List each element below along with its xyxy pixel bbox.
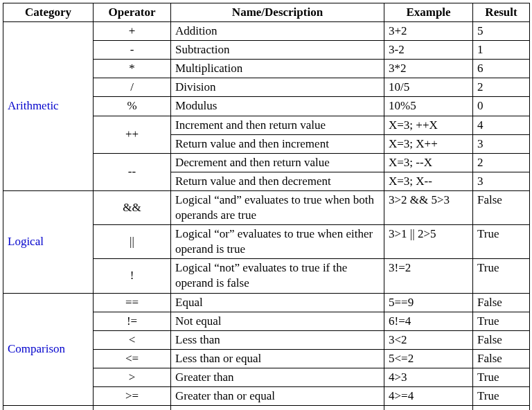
example-cell: 6!=4 (384, 312, 473, 330)
operators-table: Category Operator Name/Description Examp… (3, 3, 530, 410)
operator-cell: ! (94, 259, 171, 293)
example-cell: 3>2 && 5>3 (384, 190, 473, 224)
example-cell: 10/5 (384, 78, 473, 97)
name-cell: Not equal (171, 312, 384, 330)
result-cell: 3 (473, 134, 530, 153)
header-row: Category Operator Name/Description Examp… (3, 3, 530, 22)
table-row: Logical && Logical “and” evaluates to tr… (3, 190, 530, 224)
operator-cell: % (94, 97, 171, 116)
header-operator: Operator (94, 3, 171, 22)
category-string: String (3, 406, 94, 410)
name-cell: Division (171, 78, 384, 97)
result-cell: False (473, 330, 530, 349)
result-cell: ABC (473, 406, 530, 410)
operator-cell: || (94, 225, 171, 259)
operator-cell: && (94, 190, 171, 224)
result-cell: 3 (473, 172, 530, 190)
name-cell: Modulus (171, 97, 384, 116)
header-category: Category (3, 3, 94, 22)
operator-cell: >= (94, 386, 171, 405)
example-cell: 4>=4 (384, 386, 473, 405)
example-cell: 4>3 (384, 368, 473, 386)
table-row: Arithmetic + Addition 3+2 5 (3, 22, 530, 41)
operator-cell: == (94, 293, 171, 312)
operator-cell: + (94, 406, 171, 410)
category-comparison: Comparison (3, 293, 94, 406)
result-cell: True (473, 312, 530, 330)
result-cell: True (473, 386, 530, 405)
example-cell: X=3; --X (384, 153, 473, 172)
example-cell: 10%5 (384, 97, 473, 116)
name-cell: Addition (171, 22, 384, 41)
category-arithmetic: Arithmetic (3, 22, 94, 191)
example-cell: 3*2 (384, 60, 473, 78)
table-row: String + Concatenation(join two strings … (3, 406, 530, 410)
result-cell: 4 (473, 116, 530, 134)
result-cell: 1 (473, 41, 530, 60)
category-logical: Logical (3, 190, 94, 293)
example-cell: 3>1 || 2>5 (384, 225, 473, 259)
example-cell: 3!=2 (384, 259, 473, 293)
name-cell: Logical “not” evaluates to true if the o… (171, 259, 384, 293)
header-result: Result (473, 3, 530, 22)
example-cell: 5<=2 (384, 349, 473, 368)
operator-cell: ++ (94, 116, 171, 153)
example-cell: X=3; X++ (384, 134, 473, 153)
name-cell: Greater than (171, 368, 384, 386)
result-cell: 6 (473, 60, 530, 78)
result-cell: 5 (473, 22, 530, 41)
operator-cell: * (94, 60, 171, 78)
name-cell: Increment and then return value (171, 116, 384, 134)
header-example: Example (384, 3, 473, 22)
result-cell: 2 (473, 78, 530, 97)
result-cell: True (473, 259, 530, 293)
name-cell: Logical “and” evaluates to true when bot… (171, 190, 384, 224)
example-cell: X=3; ++X (384, 116, 473, 134)
example-cell: “A”+”BC” (384, 406, 473, 410)
example-cell: 3<2 (384, 330, 473, 349)
table-row: Comparison == Equal 5==9 False (3, 293, 530, 312)
result-cell: 2 (473, 153, 530, 172)
name-cell: Subtraction (171, 41, 384, 60)
name-cell: Decrement and then return value (171, 153, 384, 172)
name-cell: Equal (171, 293, 384, 312)
operator-cell: <= (94, 349, 171, 368)
example-cell: 5==9 (384, 293, 473, 312)
name-cell: Return value and then decrement (171, 172, 384, 190)
result-cell: False (473, 349, 530, 368)
name-cell: Less than (171, 330, 384, 349)
header-name: Name/Description (171, 3, 384, 22)
example-cell: X=3; X-- (384, 172, 473, 190)
operator-cell: - (94, 41, 171, 60)
name-cell: Multiplication (171, 60, 384, 78)
operator-cell: > (94, 368, 171, 386)
name-cell: Less than or equal (171, 349, 384, 368)
result-cell: False (473, 293, 530, 312)
example-cell: 3+2 (384, 22, 473, 41)
name-cell: Logical “or” evaluates to true when eith… (171, 225, 384, 259)
operator-cell: + (94, 22, 171, 41)
name-cell: Return value and then increment (171, 134, 384, 153)
result-cell: False (473, 190, 530, 224)
example-cell: 3-2 (384, 41, 473, 60)
result-cell: 0 (473, 97, 530, 116)
name-cell: Concatenation(join two strings together) (171, 406, 384, 410)
result-cell: True (473, 225, 530, 259)
operator-cell: != (94, 312, 171, 330)
name-cell: Greater than or equal (171, 386, 384, 405)
operator-cell: -- (94, 153, 171, 190)
operator-cell: / (94, 78, 171, 97)
operator-cell: < (94, 330, 171, 349)
result-cell: True (473, 368, 530, 386)
